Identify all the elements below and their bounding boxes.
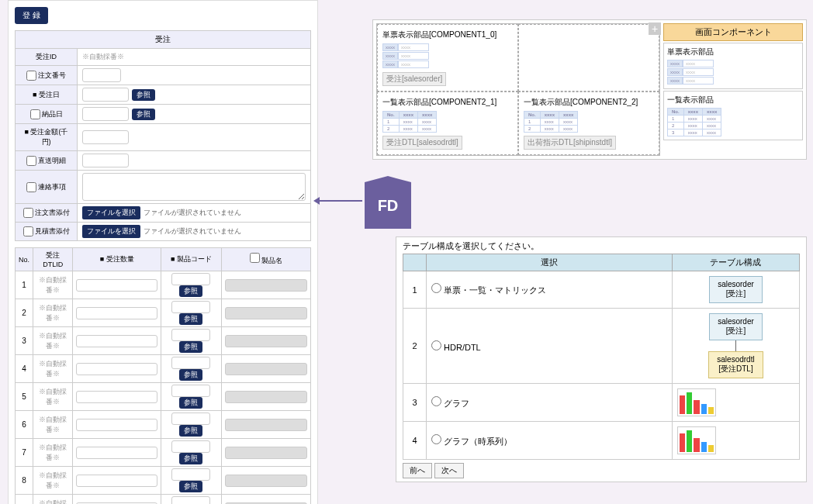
wiz-r1-label: 単票・一覧・マトリックス (444, 285, 546, 295)
cell1-title: 単票表示部品[COMPONENT1_0] (382, 29, 513, 40)
input-prod-name[interactable] (225, 335, 307, 347)
next-button[interactable]: 次へ (434, 463, 464, 478)
cell3-chip[interactable]: 受注DTL[salesodrdtl] (382, 136, 462, 150)
input-ship-detail[interactable] (82, 154, 129, 167)
input-prod-name[interactable] (225, 307, 307, 319)
wizard-col-choice: 選択 (427, 254, 673, 271)
input-order-no[interactable] (82, 68, 121, 82)
input-prod-code[interactable] (171, 440, 210, 453)
wizard-row-3[interactable]: 3 グラフ (403, 384, 800, 422)
input-prod-name[interactable] (225, 391, 307, 403)
file-btn-order[interactable]: ファイルを選択 (82, 206, 140, 219)
auto-number-text: ※自動採番※ (82, 52, 124, 62)
chk-contact[interactable] (26, 182, 36, 192)
input-qty[interactable] (76, 279, 157, 292)
cell-no: 7 (16, 439, 33, 467)
ref-prod-code[interactable]: 参照 (179, 313, 202, 325)
ref-prod-code[interactable]: 参照 (179, 397, 202, 409)
input-prod-name[interactable] (225, 475, 307, 487)
input-prod-code[interactable] (171, 329, 210, 341)
prev-button[interactable]: 前へ (403, 463, 432, 478)
cell4-chip[interactable]: 出荷指示DTL[shipinstdtl] (524, 136, 616, 150)
input-prod-code[interactable] (171, 273, 210, 285)
design-cell-3[interactable]: 一覧表示部品[COMPONENT2_1] No.xxxxxxxx1xxxxxxx… (377, 91, 518, 155)
wiz-r2-no: 2 (403, 309, 427, 384)
ref-prod-code[interactable]: 参照 (179, 453, 202, 464)
register-button-top[interactable]: 登 録 (15, 7, 48, 24)
ref-prod-code[interactable]: 参照 (179, 425, 202, 437)
textarea-contact[interactable] (82, 173, 306, 201)
wiz-r3-no: 3 (403, 384, 427, 422)
radio-r1[interactable] (431, 283, 441, 293)
cell-auto: ※自動採番※ (39, 444, 67, 461)
chk-delivery-date[interactable] (30, 109, 40, 119)
palette-item-list[interactable]: 一覧表示部品 No.xxxxxxxx1xxxxxxxx2xxxxxxxx3xxx… (663, 91, 803, 140)
ref-prod-code[interactable]: 参照 (179, 285, 202, 297)
input-amount[interactable] (82, 130, 129, 144)
input-prod-code[interactable] (171, 357, 210, 369)
chk-prod-name[interactable] (250, 253, 260, 263)
form-title: 受注 (15, 30, 311, 49)
input-prod-code[interactable] (171, 385, 210, 397)
file-btn-quote[interactable]: ファイルを選択 (82, 225, 140, 238)
cell-auto: ※自動採番※ (39, 332, 67, 350)
label-quote-attach: 見積書添付 (35, 226, 70, 236)
input-qty[interactable] (76, 419, 157, 431)
chk-quote-attach[interactable] (23, 226, 33, 236)
table-row: 5※自動採番※ 参照 (16, 383, 311, 411)
input-qty[interactable] (76, 475, 157, 487)
add-cell-button[interactable]: + (649, 22, 661, 35)
table-row: 1※自動採番※ 参照 (16, 271, 311, 299)
col-prod-code: ■ 製品コード (161, 248, 221, 271)
wizard-row-2[interactable]: 2 HDR/DTL salesorder[受注] salesodrdtl[受注D… (403, 309, 800, 384)
input-prod-name[interactable] (225, 419, 307, 431)
cell-auto: ※自動採番※ (39, 416, 67, 433)
input-qty[interactable] (76, 363, 157, 375)
radio-r4[interactable] (431, 434, 441, 444)
cell-auto: ※自動採番※ (39, 304, 67, 322)
ref-prod-code[interactable]: 参照 (179, 341, 202, 353)
label-ship-detail: 直送明細 (38, 156, 66, 166)
input-qty[interactable] (76, 391, 157, 403)
cell-no: 6 (16, 411, 33, 439)
cell-no: 2 (16, 299, 33, 327)
ref-prod-code[interactable]: 参照 (179, 369, 202, 381)
design-cell-1[interactable]: 単票表示部品[COMPONENT1_0] xxxxxxxx xxxxxxxx x… (377, 24, 518, 91)
input-prod-code[interactable] (171, 413, 210, 425)
input-qty[interactable] (76, 447, 157, 459)
design-cell-4[interactable]: 一覧表示部品[COMPONENT2_2] No.xxxxxxxx1xxxxxxx… (518, 91, 659, 155)
wiz-r4-label: グラフ（時系列） (444, 437, 512, 446)
cell-no: 9 (16, 495, 33, 505)
wizard-row-4[interactable]: 4 グラフ（時系列） (403, 422, 800, 460)
radio-r2[interactable] (431, 340, 441, 350)
design-cell-2[interactable] (518, 24, 659, 91)
cell-no: 3 (16, 327, 33, 355)
ref-prod-code[interactable]: 参照 (179, 481, 202, 492)
wizard-row-1[interactable]: 1 単票・一覧・マトリックス salesorder[受注] (403, 271, 800, 309)
input-prod-code[interactable] (171, 468, 210, 481)
palette-item-single[interactable]: 単票表示部品 xxxxxxxxxxxxxxxxxxxxxxxx (663, 43, 803, 89)
input-qty[interactable] (76, 335, 157, 347)
chk-ship-detail[interactable] (26, 156, 36, 166)
input-order-date[interactable] (82, 88, 129, 102)
chart-icon (677, 388, 716, 416)
input-prod-name[interactable] (225, 279, 307, 292)
chk-order-no[interactable] (26, 71, 36, 81)
cell3-title: 一覧表示部品[COMPONENT2_1] (382, 97, 513, 108)
design-canvas: + 単票表示部品[COMPONENT1_0] xxxxxxxx xxxxxxxx… (376, 23, 660, 156)
file-none-order: ファイルが選択されていません (144, 208, 241, 218)
chk-order-attach[interactable] (23, 208, 33, 218)
ref-delivery-date[interactable]: 参照 (132, 109, 155, 120)
input-prod-code[interactable] (171, 301, 210, 313)
cell-no: 1 (16, 271, 33, 299)
ref-order-date[interactable]: 参照 (132, 89, 155, 101)
input-prod-code[interactable] (171, 496, 210, 504)
input-prod-name[interactable] (225, 363, 307, 375)
table-wizard: テーブル構成を選択してください。 選択 テーブル構成 1 単票・一覧・マトリック… (396, 236, 807, 482)
cell1-chip[interactable]: 受注[salesorder] (382, 72, 446, 86)
radio-r3[interactable] (431, 396, 441, 406)
input-prod-name[interactable] (225, 447, 307, 459)
input-delivery-date[interactable] (82, 107, 129, 121)
input-qty[interactable] (76, 307, 157, 319)
col-no: No. (16, 248, 33, 271)
